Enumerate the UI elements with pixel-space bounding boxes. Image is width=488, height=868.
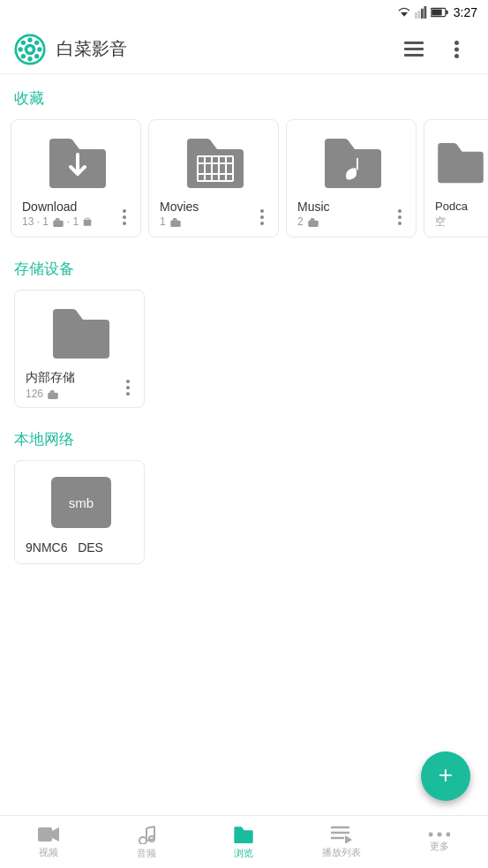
movies-folder-icon xyxy=(160,131,271,192)
smb-icon: smb xyxy=(51,477,111,528)
svg-rect-2 xyxy=(417,11,420,19)
svg-rect-3 xyxy=(421,9,424,19)
svg-rect-25 xyxy=(84,220,92,226)
svg-rect-45 xyxy=(38,827,52,842)
svg-point-43 xyxy=(126,386,130,389)
browse-nav-icon xyxy=(233,825,254,844)
podcasts-folder-icon xyxy=(435,131,486,192)
app-bar: 白菜影音 xyxy=(0,25,488,74)
main-content: 收藏 Download 13 · 1 · 1 xyxy=(0,74,488,815)
svg-point-17 xyxy=(34,40,39,44)
svg-point-22 xyxy=(454,41,459,45)
podcasts-folder-meta: 空 xyxy=(435,215,486,230)
podcasts-folder-name: Podca xyxy=(435,200,486,213)
nav-label-playlist: 播放列表 xyxy=(322,846,361,859)
svg-point-57 xyxy=(429,832,433,836)
movies-folder-menu-btn[interactable] xyxy=(250,205,274,230)
svg-point-47 xyxy=(139,837,146,844)
smb-name: 9NMC6 DES xyxy=(26,540,137,555)
music-folder-icon xyxy=(297,131,409,192)
add-icon: + xyxy=(439,763,453,788)
add-button[interactable]: + xyxy=(421,751,470,801)
svg-point-36 xyxy=(260,209,264,213)
svg-point-18 xyxy=(21,53,26,57)
svg-rect-20 xyxy=(404,48,424,50)
svg-point-40 xyxy=(398,215,402,219)
svg-rect-1 xyxy=(415,12,417,19)
status-bar: 3:27 xyxy=(0,0,488,25)
svg-marker-56 xyxy=(345,835,352,843)
more-button[interactable] xyxy=(439,32,474,67)
more-nav-icon xyxy=(429,832,450,837)
download-folder-icon xyxy=(22,131,133,192)
svg-point-26 xyxy=(123,209,126,213)
svg-point-44 xyxy=(126,392,130,396)
svg-point-11 xyxy=(27,37,32,42)
list-item[interactable]: 内部存储 126 xyxy=(14,290,145,408)
svg-point-27 xyxy=(123,215,126,219)
network-section-header: 本地网络 xyxy=(0,415,488,457)
app-logo xyxy=(14,34,46,65)
nav-label-audio: 音频 xyxy=(137,847,156,860)
svg-point-15 xyxy=(21,40,26,44)
signal-icon xyxy=(415,6,427,19)
svg-rect-7 xyxy=(432,10,442,16)
svg-point-24 xyxy=(454,54,459,58)
svg-point-13 xyxy=(19,47,23,51)
svg-point-28 xyxy=(123,222,126,225)
status-icons xyxy=(397,6,448,19)
storage-grid: 内部存储 126 xyxy=(0,286,488,415)
music-folder-menu-btn[interactable] xyxy=(387,205,412,230)
bottom-nav: 视频 音频 浏览 播放列表 xyxy=(0,815,488,868)
status-time: 3:27 xyxy=(454,5,477,19)
nav-label-browse: 浏览 xyxy=(234,847,253,860)
nav-item-video[interactable]: 视频 xyxy=(0,816,98,868)
svg-line-51 xyxy=(146,826,154,828)
svg-point-41 xyxy=(398,222,402,225)
list-view-button[interactable] xyxy=(396,32,432,67)
nav-item-audio[interactable]: 音频 xyxy=(98,816,196,868)
internal-storage-icon xyxy=(26,301,137,363)
battery-icon xyxy=(431,7,448,18)
svg-point-10 xyxy=(27,47,32,51)
svg-point-23 xyxy=(454,47,459,51)
svg-rect-6 xyxy=(446,11,447,15)
svg-point-16 xyxy=(34,53,39,57)
svg-marker-0 xyxy=(401,12,408,17)
svg-rect-21 xyxy=(404,54,424,57)
svg-point-39 xyxy=(398,209,402,213)
download-folder-menu-btn[interactable] xyxy=(112,205,137,230)
svg-point-42 xyxy=(126,380,130,383)
list-item[interactable]: smb 9NMC6 DES xyxy=(14,460,145,564)
storage-section-header: 存储设备 xyxy=(0,245,488,286)
nav-label-more: 更多 xyxy=(430,840,449,853)
list-item[interactable]: Music 2 xyxy=(286,119,417,238)
video-nav-icon xyxy=(38,826,59,843)
svg-rect-4 xyxy=(424,6,426,19)
list-item[interactable]: Movies 1 xyxy=(148,119,279,238)
svg-point-59 xyxy=(446,832,450,836)
svg-point-38 xyxy=(260,222,264,225)
app-bar-actions xyxy=(396,32,474,67)
favorites-grid: Download 13 · 1 · 1 xyxy=(0,116,488,245)
nav-item-more[interactable]: 更多 xyxy=(390,816,488,868)
nav-label-video: 视频 xyxy=(39,846,58,859)
favorites-section-header: 收藏 xyxy=(0,74,488,116)
wifi-icon xyxy=(397,6,411,19)
svg-point-37 xyxy=(260,215,264,219)
nav-item-browse[interactable]: 浏览 xyxy=(195,816,293,868)
list-item[interactable]: Download 13 · 1 · 1 xyxy=(11,119,141,238)
app-title: 白菜影音 xyxy=(56,37,396,61)
svg-point-14 xyxy=(37,47,41,51)
svg-point-58 xyxy=(437,832,441,836)
network-grid: smb 9NMC6 DES xyxy=(0,457,488,571)
playlist-nav-icon xyxy=(331,826,352,843)
internal-storage-menu-btn[interactable] xyxy=(116,375,140,400)
audio-nav-icon xyxy=(137,825,156,844)
nav-item-playlist[interactable]: 播放列表 xyxy=(293,816,391,868)
smb-icon-area: smb xyxy=(26,472,137,533)
svg-rect-19 xyxy=(404,42,424,44)
svg-point-12 xyxy=(27,57,32,61)
list-item[interactable]: Podca 空 xyxy=(424,119,488,238)
svg-marker-46 xyxy=(52,827,59,842)
